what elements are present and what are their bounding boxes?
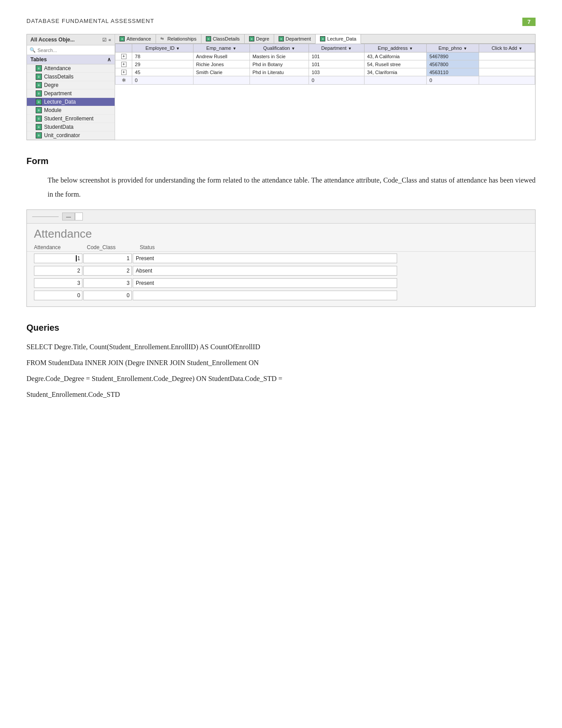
tab-relationships[interactable]: ⇆Relationships <box>156 34 201 43</box>
cell-qualification: Masters in Scie <box>249 52 309 60</box>
expand-icon[interactable]: + <box>121 70 127 75</box>
tab-lecture_data[interactable]: ≡Lecture_Data <box>316 34 361 44</box>
sidebar-item-label: Degre <box>44 82 59 88</box>
sidebar-item-label: Module <box>44 107 61 113</box>
sidebar-item-student_enrollement[interactable]: ≡Student_Enrollement <box>27 115 115 123</box>
form-tab-2[interactable] <box>75 213 83 220</box>
expand-btn[interactable]: + <box>115 52 132 60</box>
table-row: +78Andrew RusellMasters in Scie10143, A … <box>115 52 535 60</box>
att-field-status-1[interactable]: Absent <box>133 266 397 276</box>
access-sidebar: All Access Obje... ☑ « 🔍 Tables ∧ ≡Atten… <box>27 34 115 140</box>
sidebar-controls: ☑ « <box>102 37 111 43</box>
att-field-status-2[interactable]: Present <box>133 278 397 288</box>
expand-col-header <box>115 44 132 52</box>
query-line-2: Degre.Code_Degree = Student_Enrollement.… <box>26 372 536 386</box>
tables-collapse-icon[interactable]: ∧ <box>107 56 111 63</box>
att-field-attendance-0[interactable]: 1 <box>34 254 82 263</box>
tab-degre[interactable]: ≡Degre <box>245 34 274 43</box>
cell-employee_id: 29 <box>132 60 194 68</box>
sidebar-items-container: ≡Attendance≡ClassDetails≡Degre≡Departmen… <box>27 64 115 140</box>
queries-section: Queries SELECT Degre.Title, Count(Studen… <box>26 323 536 402</box>
cell-emp_name <box>193 76 249 85</box>
att-field-attendance-2[interactable]: 3 <box>34 278 82 288</box>
att-field-attendance-3[interactable]: 0 <box>34 291 82 300</box>
att-field-code-3[interactable]: 0 <box>83 291 132 300</box>
sidebar-search-area: 🔍 <box>27 45 115 55</box>
cell-qualification: Phd in Botany <box>249 60 309 68</box>
col-header-4[interactable]: Emp_address ▼ <box>364 44 427 52</box>
cell-emp_phno: 4567800 <box>427 60 479 68</box>
att-field-code-0[interactable]: 1 <box>83 254 132 263</box>
cursor <box>76 255 77 261</box>
cell-employee_id: 0 <box>132 76 194 85</box>
cell-department: 101 <box>309 52 365 60</box>
click-to-add-cell[interactable] <box>479 60 535 68</box>
sidebar-item-module[interactable]: ≡Module <box>27 106 115 115</box>
cell-emp_phno: 4563110 <box>427 68 479 76</box>
expand-btn[interactable]: + <box>115 68 132 76</box>
sidebar-item-studentdata[interactable]: ≡StudentData <box>27 123 115 131</box>
col-header-0[interactable]: Employee_ID ▼ <box>132 44 194 52</box>
table-icon: ≡ <box>36 90 42 97</box>
tab-label: ClassDetails <box>213 36 240 41</box>
expand-icon[interactable]: + <box>121 54 127 59</box>
table-icon: ≡ <box>36 107 42 113</box>
query-line-3: Student_Enrollement.Code_STD <box>26 388 536 402</box>
col-header-6[interactable]: Click to Add ▼ <box>479 44 535 52</box>
att-field-status-3[interactable] <box>133 291 397 300</box>
search-input[interactable] <box>37 48 90 53</box>
expand-btn[interactable]: + <box>115 60 132 68</box>
table-icon: ≡ <box>119 36 125 41</box>
table-icon: ≡ <box>36 82 42 88</box>
cell-qualification: Phd in Literatu <box>249 68 309 76</box>
tab-classdetails[interactable]: ≡ClassDetails <box>201 34 245 43</box>
table-icon: ≡ <box>36 99 42 105</box>
cell-qualification <box>249 76 309 85</box>
table-icon: ≡ <box>36 116 42 122</box>
sidebar-item-unit_cordinator[interactable]: ≡Unit_cordinator <box>27 131 115 140</box>
form-section-title: Form <box>26 156 536 166</box>
sidebar-collapse-icon[interactable]: « <box>108 37 111 43</box>
col-header-2[interactable]: Qualification ▼ <box>249 44 309 52</box>
table-icon: ≡ <box>36 65 42 71</box>
expand-icon[interactable]: + <box>121 62 127 67</box>
sidebar-item-attendance[interactable]: ≡Attendance <box>27 64 115 73</box>
col-header-3[interactable]: Department ▼ <box>309 44 365 52</box>
tab-label: Attendance <box>127 36 151 41</box>
col-header-5[interactable]: Emp_phno ▼ <box>427 44 479 52</box>
tab-attendance[interactable]: ≡Attendance <box>115 34 156 43</box>
sidebar-pin-icon[interactable]: ☑ <box>102 37 107 43</box>
cell-emp_address: 34, Clarifornia <box>364 68 427 76</box>
sidebar-item-department[interactable]: ≡Department <box>27 90 115 98</box>
relationship-icon: ⇆ <box>160 36 166 41</box>
data-table-wrapper: Employee_ID ▼Emp_name ▼Qualification ▼De… <box>115 44 535 140</box>
new-row-star-icon: ✱ <box>122 77 126 83</box>
cell-emp_address: 43, A California <box>364 52 427 60</box>
cell-emp_name: Richie Jones <box>193 60 249 68</box>
att-field-code-2[interactable]: 3 <box>83 278 132 288</box>
new-row-star[interactable]: ✱ <box>115 76 132 85</box>
attendance-form-tabs: — <box>62 213 83 220</box>
tables-label: Tables <box>30 56 47 63</box>
att-col-attendance: Attendance <box>34 244 87 250</box>
cell-department: 103 <box>309 68 365 76</box>
cell-employee_id: 78 <box>132 52 194 60</box>
sidebar-item-classdetails[interactable]: ≡ClassDetails <box>27 73 115 81</box>
att-field-attendance-1[interactable]: 2 <box>34 266 82 276</box>
att-field-status-0[interactable]: Present <box>133 254 397 263</box>
form-divider <box>32 217 59 217</box>
col-header-1[interactable]: Emp_name ▼ <box>193 44 249 52</box>
table-icon: ≡ <box>36 74 42 80</box>
cell-emp_name: Smith Clarie <box>193 68 249 76</box>
sidebar-item-degre[interactable]: ≡Degre <box>27 81 115 90</box>
search-icon: 🔍 <box>30 47 36 53</box>
sidebar-item-lecture_data[interactable]: ≡Lecture_Data <box>27 98 115 106</box>
click-to-add-cell[interactable] <box>479 76 535 85</box>
click-to-add-cell[interactable] <box>479 52 535 60</box>
att-field-code-1[interactable]: 2 <box>83 266 132 276</box>
table-row: ✱000 <box>115 76 535 85</box>
click-to-add-cell[interactable] <box>479 68 535 76</box>
form-tab-1[interactable]: — <box>62 213 75 220</box>
tables-section-header: Tables ∧ <box>27 55 115 64</box>
tab-department[interactable]: ≡Department <box>274 34 316 43</box>
